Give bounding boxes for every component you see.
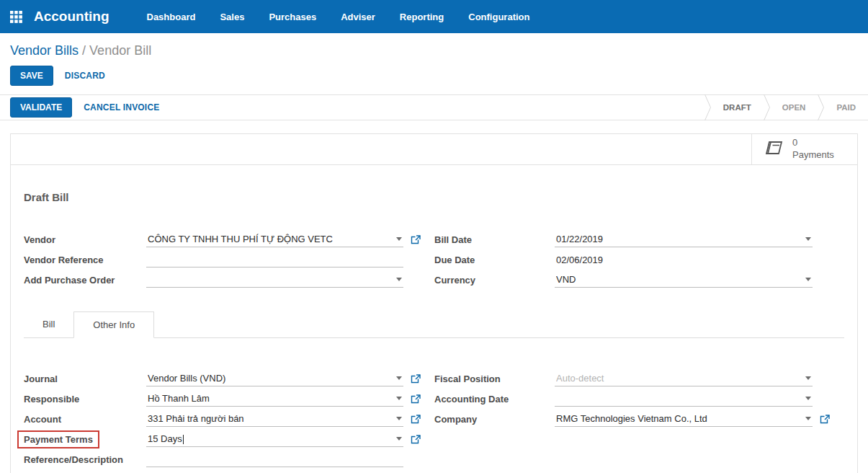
cancel-invoice-button[interactable]: CANCEL INVOICE [84, 102, 159, 112]
company-value: RMG Technologies Vietnam Co., Ltd [556, 413, 800, 424]
reference-description-input[interactable] [146, 451, 403, 467]
tab-bill[interactable]: Bill [24, 311, 73, 337]
payments-count: 0 [792, 137, 834, 149]
bill-date-input[interactable]: 01/22/2019 [555, 231, 813, 247]
bill-date-value: 01/22/2019 [556, 234, 800, 244]
breadcrumb: Vendor Bills / Vendor Bill [10, 43, 858, 58]
account-input[interactable]: 331 Phải trả người bán [146, 411, 403, 427]
apps-grid-icon[interactable] [10, 11, 22, 23]
accounting-date-input[interactable] [555, 391, 813, 407]
chevron-down-icon [396, 417, 402, 420]
vendor-reference-label: Vendor Reference [24, 255, 146, 265]
chevron-down-icon [396, 397, 402, 400]
app-brand[interactable]: Accounting [34, 9, 109, 25]
payments-stat-button[interactable]: 0 Payments [751, 134, 857, 164]
status-draft[interactable]: DRAFT [711, 103, 764, 112]
save-button[interactable]: SAVE [10, 66, 53, 86]
statusbar: VALIDATE CANCEL INVOICE DRAFT OPEN PAID [0, 94, 868, 120]
field-fiscal-position: Fiscal Position Auto-detect [434, 368, 844, 389]
account-external-link-icon[interactable] [411, 415, 421, 424]
currency-value: VND [556, 274, 800, 285]
account-value: 331 Phải trả người bán [148, 413, 390, 424]
payment-terms-input[interactable]: 15 Days [146, 431, 403, 447]
due-date-label: Due Date [434, 255, 555, 265]
nav-item-purchases[interactable]: Purchases [269, 12, 316, 22]
payments-stat-text: 0 Payments [792, 137, 834, 162]
page: Accounting Dashboard Sales Purchases Adv… [0, 0, 868, 473]
vendor-external-link-icon[interactable] [411, 235, 421, 244]
journal-value: Vendor Bills (VND) [148, 373, 390, 384]
breadcrumb-separator: / [82, 43, 86, 58]
chevron-down-icon [805, 397, 811, 400]
payment-terms-highlight-box: Payment Terms [17, 430, 99, 448]
due-date-value: 02/06/2019 [556, 255, 811, 265]
account-label: Account [24, 414, 146, 425]
action-row: SAVE DISCARD [10, 66, 858, 94]
accounting-date-label: Accounting Date [434, 394, 555, 405]
chevron-down-icon [805, 376, 811, 380]
payment-terms-value: 15 Days [148, 433, 390, 444]
breadcrumb-parent-link[interactable]: Vendor Bills [10, 43, 79, 58]
status-open[interactable]: OPEN [770, 103, 818, 112]
journal-input[interactable]: Vendor Bills (VND) [146, 371, 403, 386]
vendor-reference-input[interactable] [146, 252, 403, 268]
responsible-label: Responsible [24, 394, 146, 405]
sheet-body: Draft Bill Vendor CÔNG TY TNHH THU PHÍ T… [11, 165, 857, 469]
payment-terms-external-link-icon[interactable] [411, 435, 421, 444]
breadcrumb-current: Vendor Bill [89, 43, 151, 58]
add-purchase-order-label: Add Purchase Order [24, 275, 146, 286]
nav-item-sales[interactable]: Sales [220, 12, 244, 22]
field-due-date: Due Date 02/06/2019 [434, 249, 844, 270]
journal-label: Journal [24, 373, 146, 384]
fiscal-position-input[interactable]: Auto-detect [555, 371, 813, 386]
currency-input[interactable]: VND [555, 272, 813, 288]
other-info-tab-content: Journal Vendor Bills (VND) Responsible [24, 338, 844, 469]
field-responsible: Responsible Hồ Thanh Lâm [24, 389, 434, 409]
chevron-down-icon [396, 278, 402, 281]
responsible-external-link-icon[interactable] [411, 394, 421, 404]
payments-label: Payments [792, 149, 834, 162]
nav-menu: Dashboard Sales Purchases Adviser Report… [147, 12, 530, 22]
field-company: Company RMG Technologies Vietnam Co., Lt… [434, 409, 844, 429]
company-label: Company [434, 414, 555, 425]
company-input[interactable]: RMG Technologies Vietnam Co., Ltd [555, 411, 813, 427]
journal-icon [764, 139, 784, 159]
company-external-link-icon[interactable] [820, 415, 830, 424]
fiscal-position-placeholder: Auto-detect [556, 373, 800, 384]
journal-external-link-icon[interactable] [411, 374, 421, 384]
chevron-separator-icon [818, 94, 824, 120]
chevron-down-icon [396, 437, 402, 441]
field-add-purchase-order: Add Purchase Order [24, 270, 434, 290]
notebook-tabs: Bill Other Info [24, 311, 844, 338]
fiscal-position-label: Fiscal Position [434, 373, 555, 384]
field-account: Account 331 Phải trả người bán [24, 409, 434, 429]
vendor-input[interactable]: CÔNG TY TNHH THU PHÍ TỰ ĐỘNG VETC [146, 231, 403, 247]
sheet-header: 0 Payments [11, 134, 857, 165]
add-purchase-order-input[interactable] [146, 272, 403, 288]
chevron-down-icon [396, 237, 402, 241]
status-pipeline: DRAFT OPEN PAID [704, 95, 868, 120]
tab-other-info[interactable]: Other Info [73, 311, 154, 338]
field-accounting-date: Accounting Date [434, 389, 844, 409]
nav-item-reporting[interactable]: Reporting [400, 12, 444, 22]
field-currency: Currency VND [434, 270, 844, 290]
field-group-other-info: Journal Vendor Bills (VND) Responsible [24, 368, 844, 469]
discard-button[interactable]: DISCARD [65, 71, 105, 81]
chevron-separator-icon [764, 94, 770, 120]
status-paid[interactable]: PAID [824, 103, 868, 112]
chevron-separator-icon [704, 94, 711, 120]
field-group-other-info-left: Journal Vendor Bills (VND) Responsible [24, 368, 434, 469]
chevron-down-icon [805, 278, 811, 281]
field-group-other-info-right: Fiscal Position Auto-detect Accounting D… [434, 368, 844, 469]
currency-label: Currency [434, 275, 555, 286]
field-payment-terms: Payment Terms 15 Days [24, 429, 434, 449]
responsible-input[interactable]: Hồ Thanh Lâm [146, 391, 403, 407]
nav-item-configuration[interactable]: Configuration [468, 12, 529, 22]
reference-description-label: Reference/Description [24, 454, 146, 465]
chevron-down-icon [805, 417, 811, 420]
nav-item-adviser[interactable]: Adviser [341, 12, 375, 22]
field-reference-description: Reference/Description [24, 449, 434, 469]
validate-button[interactable]: VALIDATE [10, 97, 72, 118]
chevron-down-icon [805, 237, 811, 241]
nav-item-dashboard[interactable]: Dashboard [147, 12, 196, 22]
